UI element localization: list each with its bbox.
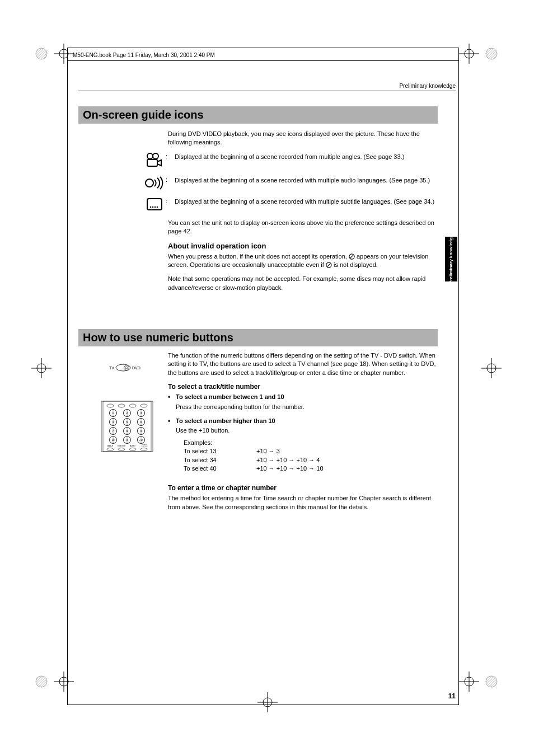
- audio-languages-icon: [143, 176, 166, 190]
- example-seq: +10 → +10 → +10 → 10: [256, 464, 324, 473]
- section-heading-numeric-buttons: How to use numeric buttons: [78, 329, 438, 346]
- svg-line-39: [350, 255, 353, 258]
- svg-text:5: 5: [127, 420, 128, 424]
- sub2-heading: To enter a time or chapter number: [168, 484, 439, 492]
- prohibit-icon: [349, 253, 355, 260]
- svg-text:ANGLE: ANGLE: [107, 445, 113, 447]
- svg-rect-31: [147, 159, 157, 166]
- invalid-p1: When you press a button, if the unit doe…: [168, 252, 439, 270]
- colon: :: [166, 198, 172, 204]
- example-row: To select 13+10 → 3: [184, 447, 439, 456]
- svg-point-34: [150, 206, 152, 208]
- icon-desc: Displayed at the beginning of a scene re…: [172, 176, 439, 185]
- registration-mark-icon: [481, 44, 502, 64]
- bullet2-sub: Use the +10 button.: [176, 426, 439, 435]
- svg-text:+10: +10: [139, 439, 144, 442]
- invalid-p1c: is not displayed.: [332, 261, 378, 268]
- section1-content: During DVD VIDEO playback, you may see i…: [168, 130, 439, 298]
- icon-row-audio: : Displayed at the beginning of a scene …: [168, 176, 439, 190]
- section2-content: The function of the numeric buttons diff…: [168, 351, 439, 517]
- section2-intro: The function of the numeric buttons diff…: [168, 351, 439, 377]
- svg-line-41: [327, 263, 330, 266]
- example-label: To select 34: [184, 456, 256, 464]
- page-number: 11: [448, 692, 456, 700]
- subtitle-languages-icon: [143, 198, 166, 211]
- svg-point-37: [157, 206, 158, 208]
- svg-point-49: [129, 404, 136, 407]
- icon-row-angles: : Displayed at the beginning of a scene …: [168, 153, 439, 168]
- registration-cross-icon: [459, 672, 479, 692]
- bullet-item: To select a number between 1 and 10 Pres…: [168, 393, 439, 411]
- svg-text:7: 7: [113, 429, 114, 433]
- svg-point-32: [146, 179, 153, 187]
- svg-text:6: 6: [140, 420, 142, 424]
- bullet1-strong: To select a number between 1 and 10: [176, 393, 284, 400]
- page-header-underline: [78, 91, 456, 91]
- section-title: How to use numeric buttons: [83, 331, 433, 344]
- colon: :: [166, 176, 172, 183]
- svg-point-42: [116, 364, 130, 371]
- registration-cross-icon: [31, 358, 51, 378]
- tv-dvd-switch-diagram: TV DVD: [109, 364, 140, 372]
- svg-text:4: 4: [113, 420, 114, 424]
- bullet-item: To select a number higher than 10 Use th…: [168, 417, 439, 473]
- svg-point-47: [107, 404, 114, 407]
- bullet2-strong: To select a number higher than 10: [176, 417, 275, 424]
- svg-point-30: [153, 153, 158, 159]
- registration-cross-icon: [459, 44, 479, 64]
- switch-icon: [115, 364, 131, 372]
- section-title: On-screen guide icons: [83, 109, 433, 121]
- svg-point-35: [152, 206, 154, 208]
- svg-text:0: 0: [127, 438, 128, 442]
- svg-point-28: [486, 676, 497, 687]
- svg-point-50: [140, 404, 147, 407]
- prohibit-icon: [326, 262, 332, 268]
- sub2-para: The method for entering a time for Time …: [168, 494, 439, 511]
- example-row: To select 40+10 → +10 → +10 → 10: [184, 464, 439, 473]
- svg-point-95: [140, 448, 147, 451]
- examples-block: Examples: To select 13+10 → 3 To select …: [184, 439, 439, 473]
- example-seq: +10 → +10 → +10 → 4: [256, 456, 320, 464]
- side-tab-line1: Preliminary: [449, 259, 454, 284]
- sub1-heading: To select a track/title number: [168, 383, 439, 391]
- svg-point-1: [36, 48, 47, 59]
- svg-point-9: [486, 48, 497, 59]
- header-divider: [67, 60, 459, 61]
- invalid-p1a: When you press a button, if the unit doe…: [168, 253, 349, 260]
- svg-point-48: [118, 404, 125, 407]
- icon-desc: Displayed at the beginning of a scene re…: [172, 198, 439, 206]
- svg-point-93: [118, 448, 125, 451]
- svg-point-92: [107, 448, 114, 451]
- dvd-label: DVD: [132, 366, 140, 370]
- page-header-right: Preliminary knowledge: [399, 83, 456, 89]
- camera-angle-icon: [143, 153, 166, 168]
- example-row: To select 34+10 → +10 → +10 → 4: [184, 456, 439, 464]
- pref-note: You can set the unit not to display on-s…: [168, 219, 439, 236]
- registration-mark-icon: [31, 44, 51, 64]
- registration-mark-icon: [31, 672, 51, 692]
- svg-point-36: [154, 206, 156, 208]
- svg-text:THEATER: THEATER: [142, 446, 148, 448]
- registration-mark-icon: [481, 672, 502, 692]
- svg-text:SUBTITLE: SUBTITLE: [118, 445, 125, 447]
- section1-intro: During DVD VIDEO playback, you may see i…: [168, 130, 439, 147]
- example-label: To select 13: [184, 447, 256, 456]
- svg-text:1: 1: [113, 411, 114, 415]
- icon-row-subtitle: : Displayed at the beginning of a scene …: [168, 198, 439, 211]
- example-label: To select 40: [184, 464, 256, 473]
- numeric-keypad-diagram: 1 2 3 4 5 6 7 8 9 10 0 +10 ANGLE SUBTITL…: [101, 401, 153, 454]
- invalid-p2: Note that some operations may not be acc…: [168, 275, 439, 292]
- side-tab-line2: knowledge: [449, 234, 454, 257]
- bullet-list: To select a number between 1 and 10 Pres…: [168, 393, 439, 473]
- invalid-heading: About invalid operation icon: [168, 242, 439, 250]
- svg-point-43: [124, 365, 129, 370]
- svg-text:8: 8: [127, 429, 128, 433]
- example-seq: +10 → 3: [256, 447, 280, 456]
- tv-label: TV: [109, 366, 114, 370]
- bullet1-sub: Press the corresponding button for the n…: [176, 403, 439, 411]
- svg-text:AUDIO: AUDIO: [130, 445, 135, 447]
- registration-cross-icon: [481, 358, 502, 378]
- svg-text:3: 3: [140, 411, 142, 415]
- examples-label: Examples:: [184, 439, 439, 447]
- svg-text:10: 10: [111, 439, 115, 442]
